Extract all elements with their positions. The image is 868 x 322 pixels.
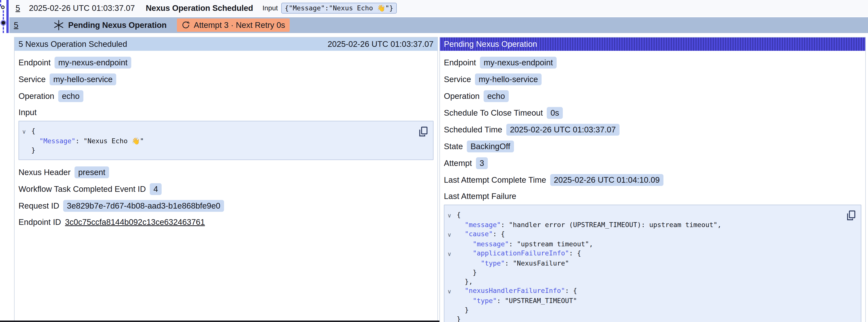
input-json-block: ∨{"Message": "Nexus Echo 👋"}: [19, 121, 434, 160]
event-history-view: 5 2025-02-26 UTC 01:03:37.07 Nexus Opera…: [0, 0, 868, 322]
copy-button[interactable]: [845, 210, 857, 221]
event-id-link[interactable]: 5: [16, 3, 20, 13]
chevron-gutter-spacer: [447, 305, 457, 314]
field-value-badge: 0s: [547, 107, 563, 119]
event-detail-panel-pending: Pending Nexus Operation Endpoint my-nexu…: [439, 37, 866, 322]
panel-title: Pending Nexus Operation: [444, 39, 537, 49]
field-label: Service: [19, 75, 45, 84]
field-label: Endpoint: [444, 58, 476, 67]
json-line-content: "type": "UPSTREAM_TIMEOUT": [457, 296, 577, 305]
retry-icon: [181, 21, 190, 30]
input-preview-chip: {"Message":"Nexus Echo 👋"}: [281, 3, 397, 13]
collapse-chevron-icon[interactable]: ∨: [22, 126, 31, 136]
field-endpoint: Endpoint my-nexus-endpoint: [444, 57, 861, 68]
chevron-gutter-spacer: [447, 259, 457, 268]
json-line: }: [22, 146, 413, 155]
json-line-content: "cause": {: [457, 229, 505, 239]
field-operation: Operation echo: [444, 90, 861, 102]
field-value-badge: 3e829b7e-7d67-4b08-aad3-b1e868bfe9e0: [63, 200, 224, 212]
timeline-node-open-circle-icon: [1, 5, 5, 9]
field-nexus-header: Nexus Header present: [19, 166, 434, 178]
field-value-badge: my-hello-service: [475, 73, 541, 85]
event-title: Pending Nexus Operation: [68, 21, 166, 30]
field-label: Request ID: [19, 201, 59, 211]
json-line-content: "nexusHandlerFailureInfo": {: [457, 286, 577, 296]
json-line-content: },: [457, 277, 473, 286]
event-row-nexus-operation-scheduled[interactable]: 5 2025-02-26 UTC 01:03:37.07 Nexus Opera…: [9, 0, 868, 16]
copy-button[interactable]: [418, 126, 429, 137]
json-line-content: "message": "upstream timeout",: [457, 239, 593, 249]
panel-title: 5 Nexus Operation Scheduled: [19, 39, 127, 49]
collapse-chevron-icon[interactable]: ∨: [447, 229, 457, 239]
field-value-badge: echo: [58, 90, 83, 102]
field-label: Workflow Task Completed Event ID: [19, 185, 146, 194]
retry-status-badge: Attempt 3 · Next Retry 0s: [177, 19, 289, 32]
json-line-content: }: [457, 268, 477, 277]
window-bottom-edge: [0, 321, 439, 322]
field-value-badge: my-hello-service: [50, 73, 116, 85]
json-line-content: "Message": "Nexus Echo 👋": [31, 136, 144, 146]
copy-icon: [845, 210, 857, 221]
timeline-active-bar: [6, 0, 9, 33]
chevron-gutter-spacer: [447, 239, 457, 249]
field-input: Input: [19, 107, 434, 118]
json-line: ∨"applicationFailureInfo": {: [447, 249, 841, 259]
field-label: Scheduled Time: [444, 125, 502, 134]
chevron-gutter-spacer: [447, 314, 457, 322]
panel-body: Endpoint my-nexus-endpoint Service my-he…: [440, 51, 865, 322]
field-last-attempt-failure: Last Attempt Failure: [444, 191, 861, 202]
field-state: State BackingOff: [444, 140, 861, 152]
json-line-content: "applicationFailureInfo": {: [457, 249, 581, 259]
field-value-badge: echo: [484, 90, 509, 102]
collapse-chevron-icon[interactable]: ∨: [447, 249, 457, 259]
json-line: "message": "upstream timeout",: [447, 239, 841, 249]
json-line-content: }: [31, 146, 35, 155]
field-endpoint: Endpoint my-nexus-endpoint: [19, 57, 434, 68]
json-line-content: "message": "handler error (UPSTREAM_TIME…: [457, 220, 721, 229]
field-service: Service my-hello-service: [19, 73, 434, 85]
json-line: ∨{: [447, 210, 841, 220]
retry-badge-label: Attempt 3 · Next Retry 0s: [194, 21, 285, 30]
event-row-pending-nexus-operation[interactable]: 5 Pending Nexus Operation Attempt 3 · Ne…: [9, 17, 868, 33]
field-workflow-task-completed-event-id: Workflow Task Completed Event ID 4: [19, 183, 434, 195]
pending-asterisk-icon: [53, 20, 64, 31]
field-request-id: Request ID 3e829b7e-7d67-4b08-aad3-b1e86…: [19, 200, 434, 212]
json-line: },: [447, 277, 841, 286]
json-line: }: [447, 268, 841, 277]
field-operation: Operation echo: [19, 90, 434, 102]
collapse-chevron-icon[interactable]: ∨: [447, 286, 457, 296]
field-value-badge: 2025-02-26 UTC 01:04:10.09: [550, 174, 663, 186]
json-line: ∨"cause": {: [447, 229, 841, 239]
field-attempt: Attempt 3: [444, 157, 861, 169]
chevron-gutter-spacer: [447, 277, 457, 286]
event-title: Nexus Operation Scheduled: [146, 3, 253, 13]
event-detail-panel-scheduled: 5 Nexus Operation Scheduled 2025-02-26 U…: [14, 37, 438, 322]
endpoint-id-link[interactable]: 3c0c75ccfa8144b092c13ce632463761: [65, 218, 205, 227]
field-schedule-to-close-timeout: Schedule To Close Timeout 0s: [444, 107, 861, 119]
chevron-gutter-spacer: [22, 146, 31, 155]
collapse-chevron-icon[interactable]: ∨: [447, 210, 457, 220]
json-line-content: "type": "NexusFailure": [457, 259, 569, 268]
json-line: "Message": "Nexus Echo 👋": [22, 136, 413, 146]
field-last-attempt-complete-time: Last Attempt Complete Time 2025-02-26 UT…: [444, 174, 861, 186]
json-line: "type": "NexusFailure": [447, 259, 841, 268]
field-value-badge: 4: [150, 183, 162, 195]
field-label: Schedule To Close Timeout: [444, 108, 543, 118]
field-label: Nexus Header: [19, 168, 70, 177]
field-endpoint-id: Endpoint ID 3c0c75ccfa8144b092c13ce63246…: [19, 217, 434, 228]
field-label: Operation: [19, 92, 54, 101]
field-label: Last Attempt Failure: [444, 192, 516, 201]
field-value-badge: my-nexus-endpoint: [55, 57, 131, 68]
panel-header-scheduled: 5 Nexus Operation Scheduled 2025-02-26 U…: [14, 37, 437, 51]
field-value-badge: my-nexus-endpoint: [480, 57, 557, 68]
field-label: Attempt: [444, 159, 472, 168]
event-id-link[interactable]: 5: [14, 21, 18, 30]
field-label: Input: [19, 108, 36, 117]
panel-header-pending: Pending Nexus Operation: [440, 37, 865, 51]
field-value-badge: BackingOff: [467, 140, 514, 152]
chevron-gutter-spacer: [22, 136, 31, 146]
event-timestamp: 2025-02-26 UTC 01:03:37.07: [29, 3, 135, 13]
field-service: Service my-hello-service: [444, 73, 861, 85]
json-line-content: }: [457, 305, 469, 314]
json-line: ∨{: [22, 126, 413, 136]
